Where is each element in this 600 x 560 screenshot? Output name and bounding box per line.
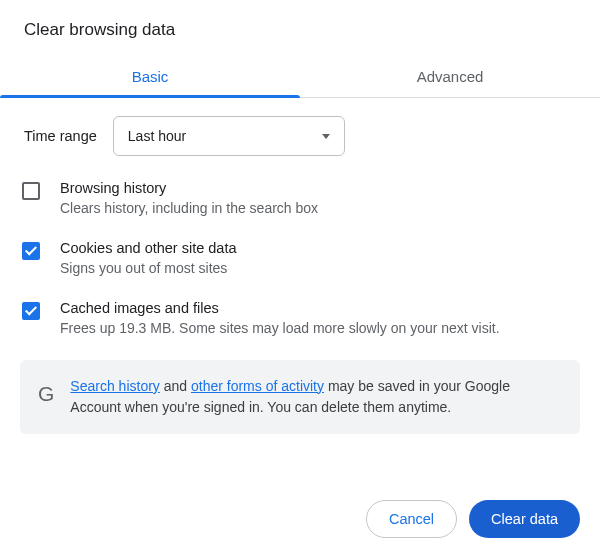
other-activity-link[interactable]: other forms of activity xyxy=(191,378,324,394)
tabs: Basic Advanced xyxy=(0,58,600,98)
dialog-footer: Cancel Clear data xyxy=(366,500,580,538)
option-cookies: Cookies and other site data Signs you ou… xyxy=(22,240,580,278)
time-range-value: Last hour xyxy=(128,128,186,144)
google-account-info: G Search history and other forms of acti… xyxy=(20,360,580,434)
info-text: Search history and other forms of activi… xyxy=(70,376,562,418)
time-range-label: Time range xyxy=(24,128,97,144)
google-g-icon: G xyxy=(38,378,54,410)
option-title: Browsing history xyxy=(60,180,580,196)
option-title: Cached images and files xyxy=(60,300,580,316)
options-list: Browsing history Clears history, includi… xyxy=(20,180,580,338)
option-title: Cookies and other site data xyxy=(60,240,580,256)
clear-data-button[interactable]: Clear data xyxy=(469,500,580,538)
dialog-title: Clear browsing data xyxy=(20,20,580,40)
checkbox-browsing-history[interactable] xyxy=(22,182,40,200)
tab-advanced[interactable]: Advanced xyxy=(300,58,600,97)
clear-browsing-data-dialog: Clear browsing data Basic Advanced Time … xyxy=(0,0,600,452)
time-range-row: Time range Last hour xyxy=(20,116,580,156)
option-desc: Clears history, including in the search … xyxy=(60,199,580,218)
cancel-button[interactable]: Cancel xyxy=(366,500,457,538)
option-desc: Frees up 19.3 MB. Some sites may load mo… xyxy=(60,319,580,338)
option-browsing-history: Browsing history Clears history, includi… xyxy=(22,180,580,218)
time-range-select[interactable]: Last hour xyxy=(113,116,345,156)
checkbox-cookies[interactable] xyxy=(22,242,40,260)
option-desc: Signs you out of most sites xyxy=(60,259,580,278)
checkbox-cached[interactable] xyxy=(22,302,40,320)
search-history-link[interactable]: Search history xyxy=(70,378,159,394)
chevron-down-icon xyxy=(322,134,330,139)
tab-basic[interactable]: Basic xyxy=(0,58,300,97)
option-cached: Cached images and files Frees up 19.3 MB… xyxy=(22,300,580,338)
